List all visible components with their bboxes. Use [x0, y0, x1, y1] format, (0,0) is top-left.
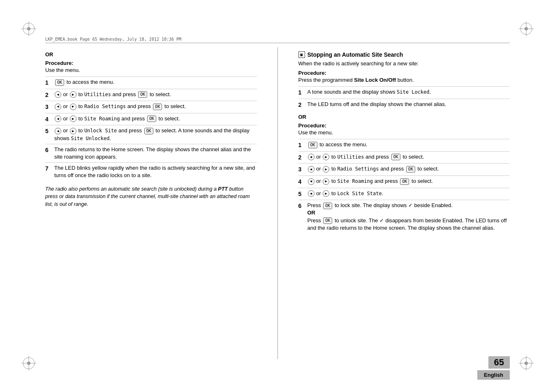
left-step-1-content: OK to access the menu. — [54, 78, 257, 86]
left-step-6-content: The radio returns to the Home screen. Th… — [54, 146, 257, 161]
ok-btn-r2: OK — [391, 154, 400, 160]
ok-btn-r3: OK — [406, 166, 415, 173]
right-step-2a-content: The LED turns off and the display shows … — [308, 101, 510, 108]
left-step-5-content: ◄ or ► to Unlock Site and press OK to se… — [54, 127, 257, 142]
right-step-3b-num: 3 — [298, 165, 308, 174]
section-icon: ▣ — [298, 51, 305, 58]
left-btn-2: ◄ — [55, 91, 61, 98]
left-step-7-num: 7 — [45, 164, 54, 173]
right-btn-5: ► — [70, 128, 76, 134]
language-label: English — [477, 370, 510, 380]
ok-btn-r6a: OK — [323, 203, 332, 209]
right-step-2b: 2 ◄ or ► to Utilities and press OK to se… — [298, 151, 510, 164]
left-step-6-num: 6 — [45, 146, 54, 154]
left-step-5-num: 5 — [45, 127, 54, 136]
right-btn-3: ► — [70, 104, 76, 110]
reg-mark-tr — [518, 21, 534, 37]
right-step-2b-content: ◄ or ► to Utilities and press OK to sele… — [308, 153, 510, 161]
column-separator — [278, 47, 278, 359]
right-procedure-heading-1: Procedure: — [298, 70, 510, 76]
right-step-4b-content: ◄ or ► to Site Roaming and press OK to s… — [308, 178, 510, 185]
right-procedure-text-2: Use the menu. — [298, 129, 510, 136]
left-step-4: 4 ◄ or ► to Site Roaming and press OK to… — [45, 113, 257, 125]
main-content: OR Procedure: Use the menu. 1 OK to acce… — [45, 47, 510, 359]
left-btn-r3: ◄ — [308, 166, 314, 173]
right-btn-4: ► — [70, 115, 76, 122]
right-btn-2: ► — [70, 91, 76, 98]
right-step-3b-content: ◄ or ► to Radio Settings and press OK to… — [308, 165, 510, 173]
reg-mark-tl — [21, 21, 37, 37]
right-btn-r4: ► — [323, 178, 329, 185]
left-btn-r5: ◄ — [308, 190, 314, 197]
menu-btn-r1: OK — [308, 142, 317, 148]
right-step-1a-num: 1 — [298, 88, 308, 97]
left-procedure-heading: Procedure: — [45, 60, 257, 66]
left-step-1: 1 OK to access the menu. — [45, 76, 257, 89]
left-step-6: 6 The radio returns to the Home screen. … — [45, 144, 257, 162]
svg-point-15 — [525, 362, 528, 365]
left-step-3-num: 3 — [45, 103, 54, 111]
right-steps-second: 1 OK to access the menu. 2 ◄ or ► to Uti… — [298, 139, 510, 233]
left-or-label: OR — [45, 51, 257, 58]
right-section-header: ▣ Stopping an Automatic Site Search — [298, 51, 510, 58]
right-step-1a: 1 A tone sounds and the display shows Si… — [298, 86, 510, 99]
or-inline-r6: OR — [308, 210, 316, 216]
right-btn-r5: ► — [323, 190, 329, 197]
right-step-1b-content: OK to access the menu. — [308, 141, 510, 148]
right-step-4b-num: 4 — [298, 178, 308, 186]
left-btn-r2: ◄ — [308, 154, 314, 160]
left-step-2-num: 2 — [45, 91, 54, 99]
menu-btn-1: OK — [55, 79, 64, 86]
right-step-5b-num: 5 — [298, 190, 308, 198]
left-step-4-num: 4 — [45, 115, 54, 124]
ok-btn-5: OK — [144, 128, 153, 134]
left-step-3: 3 ◄ or ► to Radio Settings and press OK … — [45, 101, 257, 113]
right-btn-r2: ► — [323, 154, 329, 160]
right-step-4b: 4 ◄ or ► to Site Roaming and press OK to… — [298, 175, 510, 188]
right-step-2a-num: 2 — [298, 101, 308, 109]
left-procedure-text: Use the menu. — [45, 67, 257, 73]
ok-btn-2: OK — [138, 91, 147, 98]
left-steps-list: 1 OK to access the menu. 2 ◄ or ► to Uti… — [45, 76, 257, 181]
right-step-6b-num: 6 — [298, 202, 308, 210]
left-btn-r4: ◄ — [308, 178, 314, 185]
right-column: ▣ Stopping an Automatic Site Search When… — [298, 47, 510, 359]
right-step-2b-num: 2 — [298, 153, 308, 162]
right-step-1b-num: 1 — [298, 141, 308, 150]
right-step-5b-content: ◄ or ► to Lock Site State. — [308, 190, 510, 197]
left-step-5: 5 ◄ or ► to Unlock Site and press OK to … — [45, 125, 257, 143]
left-btn-3: ◄ — [55, 104, 61, 110]
page-footer: 65 English — [477, 356, 510, 380]
ok-btn-r6b: OK — [323, 217, 332, 224]
left-btn-4: ◄ — [55, 115, 61, 122]
left-step-3-content: ◄ or ► to Radio Settings and press OK to… — [54, 103, 257, 110]
left-column: OR Procedure: Use the menu. 1 OK to acce… — [45, 47, 257, 359]
ok-btn-4: OK — [147, 115, 156, 122]
right-step-5b: 5 ◄ or ► to Lock Site State. — [298, 188, 510, 200]
right-step-1b: 1 OK to access the menu. — [298, 139, 510, 151]
right-step-6b: 6 Press OK to lock site. The display sho… — [298, 200, 510, 233]
header-bar: LKP_EMEA.book Page 65 Wednesday, July 18… — [45, 37, 510, 43]
ok-btn-r4: OK — [400, 178, 409, 185]
left-step-2: 2 ◄ or ► to Utilities and press OK to se… — [45, 89, 257, 101]
right-step-1a-content: A tone sounds and the display shows Site… — [308, 88, 510, 96]
left-step-7: 7 The LED blinks yellow rapidly when the… — [45, 162, 257, 181]
right-step-6b-content: Press OK to lock site. The display shows… — [308, 202, 510, 232]
left-italic-note: The radio also performs an automatic sit… — [45, 185, 257, 208]
left-btn-5: ◄ — [55, 128, 61, 134]
svg-point-11 — [27, 362, 30, 365]
right-procedure-heading-2: Procedure: — [298, 122, 510, 129]
right-step-2a: 2 The LED turns off and the display show… — [298, 99, 510, 111]
reg-mark-br — [518, 355, 534, 371]
right-btn-r3: ► — [323, 166, 329, 173]
right-or-divider: OR — [298, 114, 510, 120]
header-text: LKP_EMEA.book Page 65 Wednesday, July 18… — [45, 37, 181, 42]
right-procedure-text-1: Press the programmed Site Lock On/Off bu… — [298, 77, 510, 83]
right-step-3b: 3 ◄ or ► to Radio Settings and press OK … — [298, 163, 510, 175]
right-section-title: Stopping an Automatic Site Search — [308, 51, 403, 58]
page: LKP_EMEA.book Page 65 Wednesday, July 18… — [0, 0, 555, 392]
left-step-2-content: ◄ or ► to Utilities and press OK to sele… — [54, 91, 257, 98]
right-intro-text: When the radio is actively searching for… — [298, 60, 510, 67]
svg-point-7 — [525, 27, 528, 30]
ok-btn-3: OK — [153, 104, 162, 110]
